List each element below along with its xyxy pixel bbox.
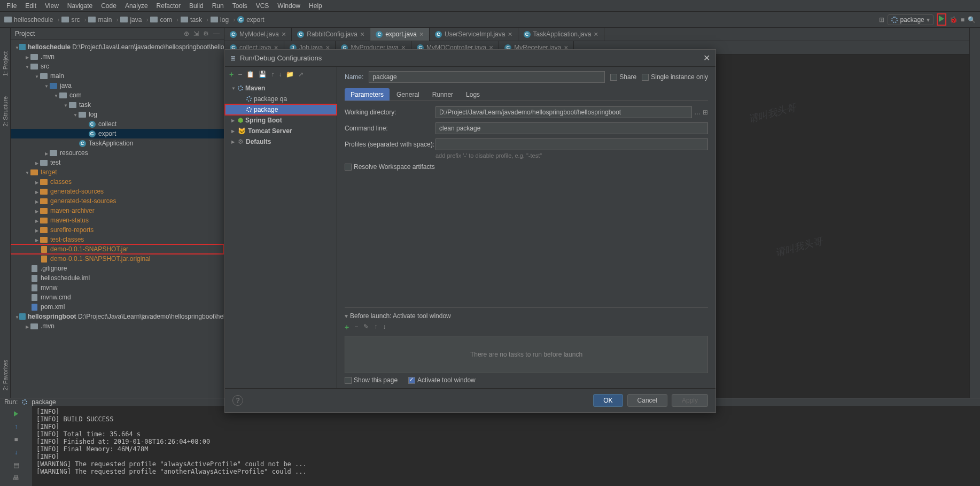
bc-log[interactable]: log: [211, 16, 235, 24]
run-config-selector[interactable]: package ▾: [888, 14, 933, 25]
node-helloschedule[interactable]: helloschedule D:\Project\Java\Learn\java…: [11, 42, 224, 52]
node-pom[interactable]: pom.xml: [11, 302, 224, 312]
expand-icon[interactable]: ↗: [298, 71, 304, 78]
cfg-package-qa[interactable]: package qa: [225, 94, 337, 104]
bc-project[interactable]: helloschedule: [4, 16, 59, 24]
node-archiver[interactable]: maven-archiver: [11, 206, 224, 215]
editor-tab[interactable]: CRabbitConfig.java×: [292, 28, 370, 41]
cfg-package[interactable]: package: [225, 104, 337, 115]
node-collect[interactable]: Ccollect: [11, 119, 224, 129]
tab-general[interactable]: General: [391, 88, 425, 101]
remove-task-icon[interactable]: −: [354, 323, 358, 331]
copy-icon[interactable]: 📋: [246, 71, 254, 78]
chevron-down-icon[interactable]: ▾: [345, 312, 348, 320]
close-icon[interactable]: ×: [360, 30, 364, 38]
tab-logs[interactable]: Logs: [460, 88, 486, 101]
node-src[interactable]: src: [11, 61, 224, 71]
close-icon[interactable]: ×: [594, 30, 598, 38]
node-resources[interactable]: resources: [11, 148, 224, 158]
menu-analyze[interactable]: Analyze: [121, 1, 152, 11]
debug-icon[interactable]: 🐞: [950, 16, 958, 24]
node-status[interactable]: maven-status: [11, 215, 224, 225]
editor-tab[interactable]: CTaskApplication.java×: [518, 28, 604, 41]
menu-vcs[interactable]: VCS: [252, 1, 274, 11]
activate-tw-checkbox[interactable]: Activate tool window: [408, 376, 476, 384]
node-mvn[interactable]: .mvn: [11, 52, 224, 61]
bc-src[interactable]: src: [61, 16, 86, 24]
menu-view[interactable]: View: [41, 1, 63, 11]
node-gensrc[interactable]: generated-sources: [11, 187, 224, 196]
folder-icon[interactable]: 📁: [286, 71, 294, 78]
tab-parameters[interactable]: Parameters: [345, 88, 390, 101]
cfg-tomcat[interactable]: ▶🐱Tomcat Server: [225, 126, 337, 136]
hide-icon[interactable]: —: [213, 30, 220, 37]
console-output[interactable]: [INFO] [INFO] BUILD SUCCESS [INFO] [INFO…: [32, 406, 980, 486]
stop-icon[interactable]: ■: [11, 435, 21, 444]
browse-icon[interactable]: …: [694, 109, 701, 116]
node-test[interactable]: test: [11, 158, 224, 167]
node-log[interactable]: log: [11, 110, 224, 119]
bc-java[interactable]: java: [120, 16, 148, 24]
save-icon[interactable]: 💾: [259, 71, 267, 78]
editor-tab[interactable]: CMyModel.java×: [224, 28, 292, 41]
node-testclasses[interactable]: test-classes: [11, 235, 224, 244]
editor-tab[interactable]: Cexport.java×: [370, 28, 430, 41]
node-main[interactable]: main: [11, 71, 224, 81]
cfg-defaults[interactable]: ▶⚙Defaults: [225, 136, 337, 147]
show-page-checkbox[interactable]: Show this page: [345, 376, 398, 384]
cfg-springboot[interactable]: ▶⬢Spring Boot: [225, 115, 337, 126]
menu-code[interactable]: Code: [97, 1, 121, 11]
node-mvnw[interactable]: mvnw: [11, 283, 224, 292]
ok-button[interactable]: OK: [593, 394, 623, 407]
add-icon[interactable]: +: [229, 70, 234, 79]
up-icon[interactable]: ↑: [11, 422, 21, 431]
target-icon[interactable]: ⊕: [184, 30, 189, 37]
cancel-button[interactable]: Cancel: [627, 394, 667, 407]
node-surefire[interactable]: surefire-reports: [11, 225, 224, 235]
apply-button[interactable]: Apply: [672, 394, 708, 407]
tab-runner[interactable]: Runner: [426, 88, 459, 101]
layout-icon[interactable]: ▤: [11, 460, 21, 470]
node-classes[interactable]: classes: [11, 177, 224, 187]
node-hellospringboot[interactable]: hellospringboot D:\Project\Java\Learn\ja…: [11, 312, 224, 321]
bc-com[interactable]: com: [150, 16, 178, 24]
bc-main[interactable]: main: [88, 16, 118, 24]
edit-task-icon[interactable]: ✎: [363, 323, 369, 331]
node-mvnwcmd[interactable]: mvnw.cmd: [11, 292, 224, 302]
close-icon[interactable]: ×: [419, 30, 424, 38]
help-icon[interactable]: ?: [232, 395, 243, 406]
node-mvn2[interactable]: .mvn: [11, 321, 224, 331]
print-icon[interactable]: 🖶: [11, 473, 21, 483]
node-java[interactable]: java: [11, 81, 224, 90]
up-task-icon[interactable]: ↑: [374, 323, 377, 331]
run-button[interactable]: [937, 13, 946, 26]
cfg-maven[interactable]: ▼Maven: [225, 83, 337, 94]
vtab-favorites[interactable]: 2: Favorites: [1, 358, 10, 392]
share-checkbox[interactable]: Share: [610, 73, 636, 81]
down-icon[interactable]: ↓: [11, 448, 21, 457]
close-icon[interactable]: ×: [508, 30, 512, 38]
node-gitignore[interactable]: .gitignore: [11, 264, 224, 273]
build-icon[interactable]: ⊞: [879, 16, 884, 24]
remove-icon[interactable]: −: [238, 70, 242, 79]
bc-task[interactable]: task: [181, 16, 208, 24]
close-icon[interactable]: ×: [282, 30, 286, 38]
menu-help[interactable]: Help: [305, 1, 326, 11]
node-task[interactable]: task: [11, 100, 224, 110]
node-gentest[interactable]: generated-test-sources: [11, 196, 224, 206]
node-snapshot-jar[interactable]: demo-0.0.1-SNAPSHOT.jar: [11, 244, 224, 254]
vtab-structure[interactable]: 2: Structure: [1, 94, 10, 129]
menu-refactor[interactable]: Refactor: [152, 1, 185, 11]
search-icon[interactable]: 🔍: [968, 16, 976, 24]
node-iml[interactable]: helloschedule.iml: [11, 273, 224, 283]
cmd-input[interactable]: [435, 122, 708, 134]
menu-run[interactable]: Run: [208, 1, 228, 11]
menu-edit[interactable]: Edit: [21, 1, 41, 11]
node-taskapp[interactable]: CTaskApplication: [11, 138, 224, 148]
menu-window[interactable]: Window: [273, 1, 305, 11]
add-task-icon[interactable]: +: [345, 323, 349, 331]
close-icon[interactable]: ✕: [703, 53, 710, 63]
up-arrow-icon[interactable]: ↑: [271, 71, 274, 78]
wd-input[interactable]: [435, 106, 692, 118]
resolve-checkbox[interactable]: Resolve Workspace artifacts: [345, 163, 708, 171]
